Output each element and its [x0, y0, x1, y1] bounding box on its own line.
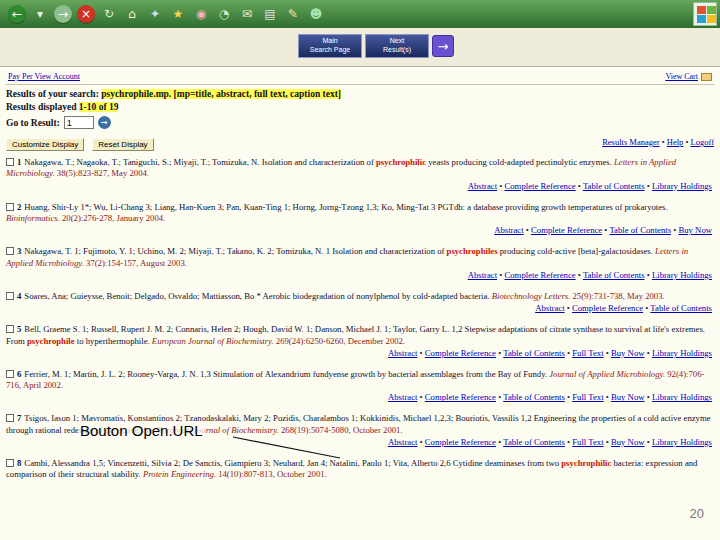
citation-issue-info: 269(24):6250-6260, December 2002.: [274, 336, 406, 346]
result-link-library-holdings[interactable]: Library Holdings: [652, 270, 712, 280]
result-link-abstract[interactable]: Abstract: [468, 181, 497, 191]
result-citation: 4Soares, Ana; Guieysse, Benoit; Delgado,…: [6, 291, 714, 302]
result-link-complete-reference[interactable]: Complete Reference: [504, 181, 575, 191]
forward-icon[interactable]: →: [54, 5, 72, 23]
citation-highlighted-term: psychrophilic: [561, 458, 611, 468]
result-link-buy-now[interactable]: Buy Now: [611, 392, 645, 402]
print-icon[interactable]: ▤: [261, 5, 279, 23]
result-link-abstract[interactable]: Abstract: [388, 437, 417, 447]
result-link-complete-reference[interactable]: Complete Reference: [425, 437, 496, 447]
result-checkbox[interactable]: [6, 370, 14, 378]
manager-link-logoff[interactable]: Logoff: [691, 137, 714, 147]
result-link-table-of-contents[interactable]: Table of Contents: [503, 348, 565, 358]
citation-issue-info: 25(9):731-738, May 2003.: [570, 291, 664, 301]
result-link-table-of-contents[interactable]: Table of Contents: [609, 225, 671, 235]
result-number: 4: [17, 291, 21, 301]
stop-icon[interactable]: ×: [77, 5, 95, 23]
bullet-separator: •: [417, 392, 424, 402]
edit-icon[interactable]: ✎: [284, 5, 302, 23]
customize-display-button[interactable]: Customize Display: [6, 138, 84, 151]
result-link-full-text[interactable]: Full Text: [572, 348, 603, 358]
result-link-library-holdings[interactable]: Library Holdings: [652, 348, 712, 358]
citation-text: Nakagawa, T. 1; Fujimoto, Y. 1; Uchino, …: [24, 246, 446, 256]
result-links: Abstract • Complete Reference • Table of…: [6, 225, 714, 235]
result-link-complete-reference[interactable]: Complete Reference: [572, 303, 643, 313]
result-link-abstract[interactable]: Abstract: [388, 392, 417, 402]
cart-icon[interactable]: [701, 73, 712, 81]
pay-per-view-account-link[interactable]: Pay Per View Account: [8, 72, 80, 81]
result-link-table-of-contents[interactable]: Table of Contents: [650, 303, 712, 313]
result-number: 5: [17, 324, 21, 334]
next-results-button[interactable]: Next Result(s): [365, 34, 429, 58]
result-number: 2: [17, 202, 21, 212]
search-icon[interactable]: ✦: [146, 5, 164, 23]
result-link-abstract[interactable]: Abstract: [468, 270, 497, 280]
manager-links: Results Manager • Help • Logoff: [602, 137, 714, 147]
result-checkbox[interactable]: [6, 158, 14, 166]
result-link-table-of-contents[interactable]: Table of Contents: [503, 392, 565, 402]
go-button[interactable]: →: [98, 116, 111, 129]
result-link-table-of-contents[interactable]: Table of Contents: [583, 270, 645, 280]
result-link-library-holdings[interactable]: Library Holdings: [652, 392, 712, 402]
media-icon[interactable]: ◉: [192, 5, 210, 23]
bullet-separator: •: [645, 270, 652, 280]
annotation-open-url-label: Bouton Open.URL: [78, 422, 205, 439]
result-link-abstract[interactable]: Abstract: [535, 303, 564, 313]
history-icon[interactable]: ◔: [215, 5, 233, 23]
messenger-icon[interactable]: ☻: [307, 5, 325, 23]
goto-result-input[interactable]: [64, 116, 94, 129]
result-links: Abstract • Complete Reference • Table of…: [6, 181, 714, 191]
home-icon[interactable]: ⌂: [123, 5, 141, 23]
result-number: 7: [17, 413, 21, 423]
result-number: 6: [17, 369, 21, 379]
bullet-separator: •: [604, 392, 611, 402]
result-link-complete-reference[interactable]: Complete Reference: [504, 270, 575, 280]
back-icon[interactable]: ←: [8, 5, 26, 23]
result-link-library-holdings[interactable]: Library Holdings: [652, 181, 712, 191]
windows-flag-pane: [707, 6, 716, 14]
toolbar-icons: ←▾→×↻⌂✦★◉◔✉▤✎☻: [8, 5, 325, 23]
result-checkbox[interactable]: [6, 414, 14, 422]
result-link-complete-reference[interactable]: Complete Reference: [531, 225, 602, 235]
result-link-library-holdings[interactable]: Library Holdings: [652, 437, 712, 447]
result-number: 1: [17, 157, 21, 167]
result-link-buy-now[interactable]: Buy Now: [611, 437, 645, 447]
result-checkbox[interactable]: [6, 203, 14, 211]
display-controls-row: Customize Display Reset Display Results …: [6, 133, 714, 151]
result-checkbox[interactable]: [6, 325, 14, 333]
result-links: Abstract • Complete Reference • Table of…: [6, 270, 714, 280]
reset-display-button[interactable]: Reset Display: [92, 138, 153, 151]
bullet-separator: •: [565, 303, 572, 313]
windows-logo: [693, 2, 717, 26]
view-cart-link[interactable]: View Cart: [665, 72, 698, 81]
result-link-buy-now[interactable]: Buy Now: [611, 348, 645, 358]
result-link-complete-reference[interactable]: Complete Reference: [425, 392, 496, 402]
citation-text: Ferrier, M. 1; Martin, J. L. 2; Rooney-V…: [24, 369, 549, 379]
result-checkbox[interactable]: [6, 459, 14, 467]
manager-link-results-manager[interactable]: Results Manager: [602, 137, 659, 147]
result-citation: 2Huang, Shir-Ly 1*; Wu, Li-Chang 3; Lian…: [6, 202, 714, 225]
favorites-icon[interactable]: ★: [169, 5, 187, 23]
bullet-separator: •: [683, 137, 690, 147]
citation-journal: Journal of Applied Microbiology.: [549, 369, 665, 379]
result-link-abstract[interactable]: Abstract: [388, 348, 417, 358]
result-link-table-of-contents[interactable]: Table of Contents: [503, 437, 565, 447]
back-dropdown-icon[interactable]: ▾: [31, 5, 49, 23]
result-links: Abstract • Complete Reference • Table of…: [6, 348, 714, 358]
result-item: 8Cambi, Alessandra 1,5; Vincenzetti, Sil…: [6, 458, 714, 481]
refresh-icon[interactable]: ↻: [100, 5, 118, 23]
main-search-page-button[interactable]: Main Search Page: [298, 34, 362, 58]
result-link-buy-now[interactable]: Buy Now: [678, 225, 712, 235]
manager-link-help[interactable]: Help: [667, 137, 684, 147]
result-link-full-text[interactable]: Full Text: [572, 437, 603, 447]
result-link-abstract[interactable]: Abstract: [494, 225, 523, 235]
mail-icon[interactable]: ✉: [238, 5, 256, 23]
bullet-separator: •: [604, 437, 611, 447]
result-checkbox[interactable]: [6, 292, 14, 300]
search-summary: Results of your search: psychrophile.mp.…: [6, 89, 714, 99]
result-link-table-of-contents[interactable]: Table of Contents: [583, 181, 645, 191]
result-checkbox[interactable]: [6, 247, 14, 255]
openurl-arrow-button[interactable]: →: [432, 35, 454, 57]
result-link-full-text[interactable]: Full Text: [572, 392, 603, 402]
result-link-complete-reference[interactable]: Complete Reference: [425, 348, 496, 358]
